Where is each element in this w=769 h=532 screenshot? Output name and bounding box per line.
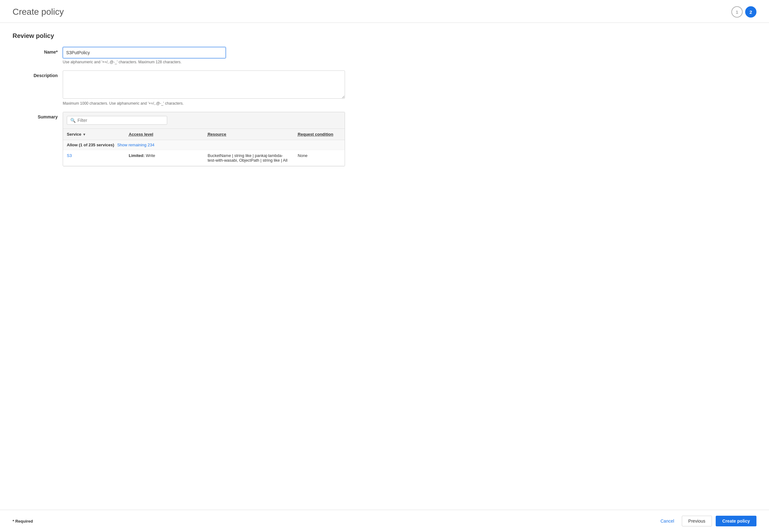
summary-wrapper: 🔍 Service ▼ bbox=[63, 112, 345, 166]
summary-label: Summary bbox=[13, 112, 63, 119]
name-input[interactable] bbox=[63, 47, 226, 58]
previous-button[interactable]: Previous bbox=[682, 516, 712, 526]
description-textarea[interactable] bbox=[63, 70, 345, 99]
cell-resource: BucketName | string like | pankaj-lambda… bbox=[204, 150, 294, 166]
cancel-button[interactable]: Cancel bbox=[657, 516, 678, 526]
footer-actions: Cancel Previous Create policy bbox=[657, 516, 756, 526]
name-form-row: Name* Use alphanumeric and '+=/,.@-_' ch… bbox=[13, 47, 756, 64]
description-field-wrapper: Maximum 1000 characters. Use alphanumeri… bbox=[63, 70, 345, 106]
access-level-value: Write bbox=[146, 153, 155, 158]
name-field-wrapper: Use alphanumeric and '+=/,.@-_' characte… bbox=[63, 47, 345, 64]
show-remaining-link[interactable]: Show remaining 234 bbox=[117, 143, 154, 147]
table-header-row: Service ▼ Access level Resource Request … bbox=[63, 129, 345, 140]
name-label: Name* bbox=[13, 47, 63, 55]
step-indicators: 1 2 bbox=[731, 6, 756, 18]
main-content: Review policy Name* Use alphanumeric and… bbox=[0, 32, 769, 510]
col-header-service: Service ▼ bbox=[63, 129, 125, 140]
col-header-access[interactable]: Access level bbox=[125, 129, 204, 140]
section-title: Review policy bbox=[13, 32, 756, 39]
step-2-circle: 2 bbox=[745, 6, 756, 18]
service-sort-arrow[interactable]: ▼ bbox=[82, 133, 86, 136]
summary-table: Service ▼ Access level Resource Request … bbox=[63, 129, 345, 166]
col-header-request-condition[interactable]: Request condition bbox=[294, 129, 345, 140]
cell-request-condition: None bbox=[294, 150, 345, 166]
filter-input-wrapper[interactable]: 🔍 bbox=[67, 116, 167, 125]
allow-group-cell: Allow (1 of 235 services) Show remaining… bbox=[63, 140, 345, 150]
name-hint: Use alphanumeric and '+=/,.@-_' characte… bbox=[63, 60, 345, 64]
allow-label: Allow (1 of 235 services) bbox=[67, 143, 114, 147]
filter-input[interactable] bbox=[77, 118, 164, 123]
header-divider bbox=[0, 23, 769, 23]
search-icon: 🔍 bbox=[70, 118, 76, 123]
description-hint: Maximum 1000 characters. Use alphanumeri… bbox=[63, 101, 345, 106]
page-footer: * Required Cancel Previous Create policy bbox=[0, 510, 769, 532]
description-form-row: Description Maximum 1000 characters. Use… bbox=[13, 70, 756, 106]
summary-container: 🔍 Service ▼ bbox=[63, 112, 345, 166]
access-level-label: Limited: bbox=[129, 153, 145, 158]
create-policy-button[interactable]: Create policy bbox=[716, 516, 756, 526]
allow-group-row: Allow (1 of 235 services) Show remaining… bbox=[63, 140, 345, 150]
cell-access-level: Limited: Write bbox=[125, 150, 204, 166]
page-title: Create policy bbox=[13, 7, 64, 17]
cell-service: S3 bbox=[63, 150, 125, 166]
table-row: S3 Limited: Write BucketName | string li… bbox=[63, 150, 345, 166]
step-1-circle: 1 bbox=[731, 6, 743, 18]
service-link[interactable]: S3 bbox=[67, 153, 72, 158]
page-header: Create policy 1 2 bbox=[0, 0, 769, 23]
required-note: * Required bbox=[13, 519, 33, 524]
description-label: Description bbox=[13, 70, 63, 78]
summary-filter-bar: 🔍 bbox=[63, 112, 345, 129]
col-header-resource[interactable]: Resource bbox=[204, 129, 294, 140]
summary-form-row: Summary 🔍 Service bbox=[13, 112, 756, 166]
